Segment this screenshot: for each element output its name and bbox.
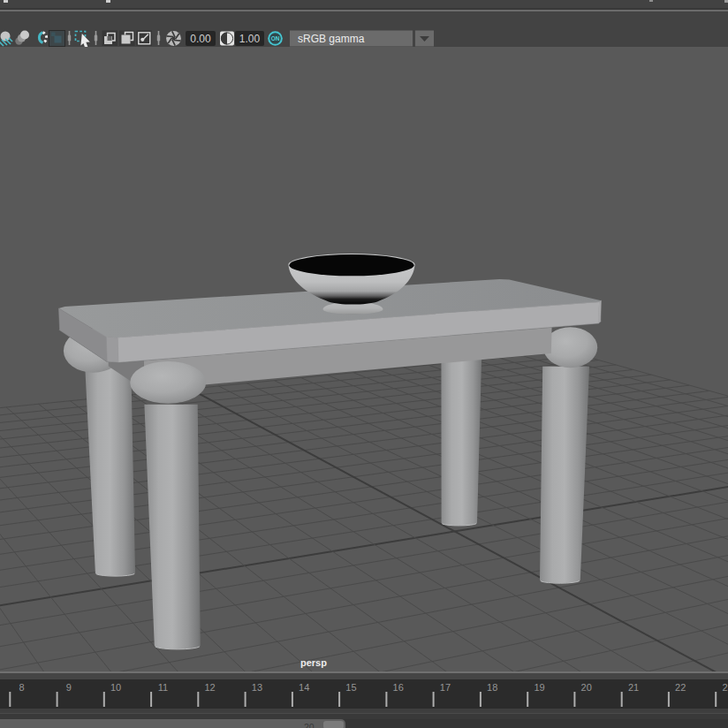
svg-text:23: 23 — [722, 682, 728, 693]
svg-text:13: 13 — [252, 682, 262, 693]
svg-text:ON: ON — [271, 35, 280, 42]
svg-text:sRGB gamma: sRGB gamma — [298, 33, 365, 45]
svg-text:16: 16 — [393, 682, 404, 693]
svg-text:19: 19 — [534, 682, 544, 693]
svg-text:8: 8 — [19, 682, 25, 693]
svg-text:17: 17 — [440, 682, 451, 693]
svg-text:persp: persp — [300, 657, 327, 668]
svg-text:18: 18 — [487, 682, 497, 693]
svg-text:22: 22 — [675, 682, 686, 693]
svg-text:15: 15 — [345, 682, 356, 693]
svg-text:12: 12 — [204, 682, 215, 693]
svg-text:21: 21 — [628, 682, 639, 693]
svg-text:14: 14 — [299, 682, 309, 693]
svg-text:1.00: 1.00 — [239, 33, 261, 45]
svg-text:20: 20 — [581, 682, 592, 693]
svg-text:10: 10 — [110, 682, 121, 693]
svg-text:11: 11 — [158, 682, 168, 693]
svg-text:9: 9 — [66, 682, 72, 693]
svg-text:0.00: 0.00 — [190, 33, 211, 45]
